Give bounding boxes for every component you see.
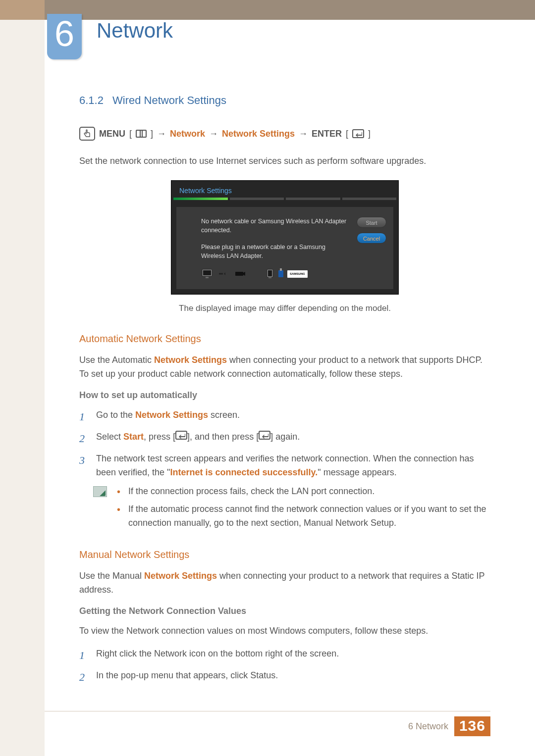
manual-intro: To view the Network connection values on… bbox=[79, 624, 490, 638]
automatic-step-list: 1 Go to the Network Settings screen. 2 S… bbox=[79, 408, 490, 480]
svg-rect-1 bbox=[203, 270, 211, 275]
monitor-cable-icon bbox=[201, 268, 246, 279]
screenshot-title: Network Settings bbox=[171, 181, 398, 198]
samsung-badge: SAMSUNG bbox=[287, 270, 308, 278]
screenshot-body: No network cable or Samsung Wireless LAN… bbox=[176, 207, 393, 290]
svg-rect-3 bbox=[235, 272, 243, 276]
intro-text: Set the network connection to use Intern… bbox=[79, 154, 490, 168]
manual-heading: Manual Network Settings bbox=[79, 549, 490, 560]
arrow-icon: → bbox=[157, 129, 166, 139]
step-text: The network test screen appears and veri… bbox=[96, 452, 490, 480]
arrow-icon: → bbox=[299, 129, 308, 139]
getting-values-heading: Getting the Network Connection Values bbox=[79, 606, 490, 616]
note-item: •If the connection process fails, check … bbox=[117, 485, 490, 499]
step-text: Select Start, press [], and then press [… bbox=[96, 430, 300, 444]
enter-key-icon bbox=[259, 431, 270, 440]
section-title: Wired Network Settings bbox=[112, 94, 226, 106]
step-text: Go to the Network Settings screen. bbox=[96, 408, 240, 422]
chapter-number-badge: 6 bbox=[47, 14, 82, 59]
progress-segment-active bbox=[173, 198, 228, 200]
footer-page-number: 136 bbox=[454, 716, 490, 736]
howto-heading: How to set up automatically bbox=[79, 390, 490, 401]
manual-step-list: 1 Right click the Network icon on the bo… bbox=[79, 647, 490, 686]
step-number: 3 bbox=[79, 452, 87, 469]
top-left-accent bbox=[0, 0, 45, 20]
page-footer: 6 Network 136 bbox=[45, 711, 490, 736]
note-list: •If the connection process fails, check … bbox=[117, 485, 490, 534]
step-text: In the pop-up menu that appears, click S… bbox=[96, 669, 278, 683]
progress-segment bbox=[342, 198, 397, 200]
network-settings-term: Network Settings bbox=[144, 571, 217, 581]
progress-segment bbox=[286, 198, 340, 200]
automatic-heading: Automatic Network Settings bbox=[79, 333, 490, 345]
screenshot-button-column: Start Cancel bbox=[357, 217, 386, 244]
svg-rect-8 bbox=[280, 268, 282, 271]
left-margin-band bbox=[0, 0, 45, 756]
step-number: 2 bbox=[79, 430, 87, 447]
path-network-settings: Network Settings bbox=[222, 129, 295, 139]
section-heading: 6.1.2 Wired Network Settings bbox=[79, 94, 490, 107]
menu-path: MENU [ ] → Network → Network Settings → … bbox=[79, 127, 490, 141]
footer-chapter-label: 6 Network bbox=[408, 721, 448, 732]
step-item: 2 In the pop-up menu that appears, click… bbox=[79, 669, 490, 686]
step-item: 1 Right click the Network icon on the bo… bbox=[79, 647, 490, 664]
svg-rect-6 bbox=[268, 277, 271, 278]
svg-rect-7 bbox=[278, 270, 283, 277]
hand-pointer-icon bbox=[79, 127, 95, 141]
note-item: •If the automatic process cannot find th… bbox=[117, 503, 490, 530]
manual-paragraph: Use the Manual Network Settings when con… bbox=[79, 569, 490, 597]
menu-grid-icon bbox=[136, 130, 147, 138]
enter-key-icon bbox=[352, 129, 364, 138]
section-number: 6.1.2 bbox=[79, 94, 104, 106]
screenshot-message-1: No network cable or Samsung Wireless LAN… bbox=[201, 217, 348, 235]
bullet-icon: • bbox=[117, 503, 120, 530]
screenshot-device-icons: SAMSUNG bbox=[201, 268, 348, 279]
start-button[interactable]: Start bbox=[357, 217, 386, 228]
note-icon bbox=[93, 486, 107, 497]
screenshot-message-area: No network cable or Samsung Wireless LAN… bbox=[201, 217, 348, 280]
screenshot-message-2: Please plug in a network cable or a Sams… bbox=[201, 243, 348, 260]
network-settings-term: Network Settings bbox=[154, 355, 227, 365]
step-number: 2 bbox=[79, 669, 87, 686]
automatic-paragraph: Use the Automatic Network Settings when … bbox=[79, 353, 490, 381]
arrow-icon: → bbox=[209, 129, 218, 139]
svg-rect-5 bbox=[268, 270, 272, 276]
step-number: 1 bbox=[79, 647, 87, 664]
menu-label: MENU bbox=[99, 129, 125, 139]
enter-key-icon bbox=[175, 431, 187, 440]
step-number: 1 bbox=[79, 408, 87, 425]
screenshot-caption: The displayed image may differ depending… bbox=[79, 303, 490, 313]
svg-rect-2 bbox=[206, 277, 209, 278]
network-settings-screenshot: Network Settings No network cable or Sam… bbox=[171, 180, 399, 295]
progress-indicator bbox=[171, 198, 398, 202]
path-network: Network bbox=[170, 129, 205, 139]
bullet-icon: • bbox=[117, 485, 120, 499]
step-item: 2 Select Start, press [], and then press… bbox=[79, 430, 490, 447]
note-block: •If the connection process fails, check … bbox=[93, 485, 490, 534]
step-item: 3 The network test screen appears and ve… bbox=[79, 452, 490, 480]
samsung-dongle-icon: SAMSUNG bbox=[266, 268, 308, 279]
step-item: 1 Go to the Network Settings screen. bbox=[79, 408, 490, 425]
step-text: Right click the Network icon on the bott… bbox=[96, 647, 339, 661]
cancel-button[interactable]: Cancel bbox=[357, 233, 386, 244]
chapter-title: Network bbox=[97, 19, 173, 43]
progress-segment bbox=[230, 198, 284, 200]
enter-label: ENTER bbox=[312, 129, 342, 139]
page-content: 6.1.2 Wired Network Settings MENU [ ] → … bbox=[79, 94, 490, 691]
